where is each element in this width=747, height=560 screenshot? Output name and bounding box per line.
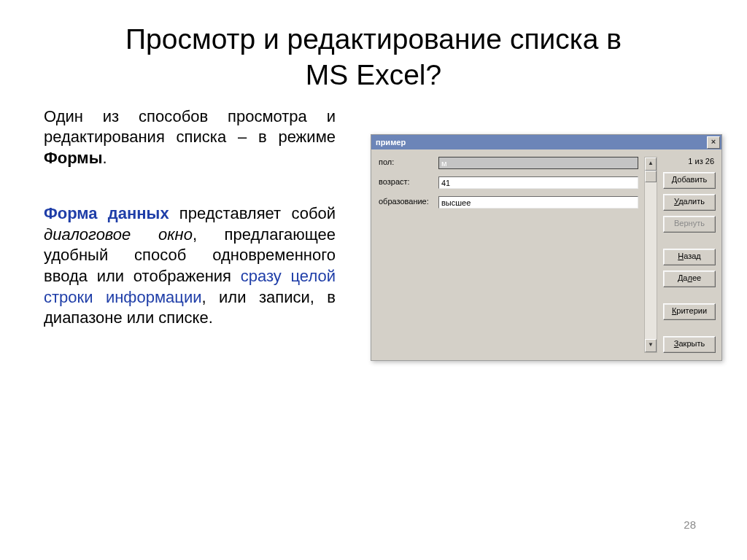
para2-b: представляет собой (169, 204, 336, 222)
paragraph-1: Один из способов просмотра и редактирова… (44, 106, 336, 169)
dialog-button-column: 1 из 26 Добавить Удалить Вернуть Назад Д… (663, 157, 716, 353)
close-icon[interactable]: × (707, 136, 720, 149)
para2-italic: диалоговое окно (44, 225, 193, 244)
restore-button: Вернуть (663, 216, 716, 233)
para1-text: Один из способов просмотра и редактирова… (44, 107, 336, 147)
next-button[interactable]: Далее (663, 271, 716, 287)
field-label-vozrast: возраст: (379, 176, 434, 189)
page-number: 28 (684, 518, 696, 531)
slide-title: Просмотр и редактирование списка в MS Ex… (44, 22, 703, 93)
para2-term: Форма данных (44, 204, 169, 222)
close-button[interactable]: Закрыть (663, 336, 716, 353)
dialog-title-text: пример (376, 138, 406, 147)
dialog-scrollbar[interactable]: ▲ ▼ (644, 157, 657, 353)
dialog-titlebar[interactable]: пример × (371, 135, 721, 149)
para1-bold: Формы (44, 149, 102, 167)
field-label-pol: пол: (379, 157, 434, 169)
criteria-button[interactable]: Критерии (663, 303, 716, 320)
scroll-track[interactable] (645, 171, 657, 339)
scroll-up-icon[interactable]: ▲ (645, 158, 657, 171)
field-input-obrazovanie[interactable]: высшее (438, 196, 638, 209)
delete-button[interactable]: Удалить (663, 194, 716, 211)
add-button[interactable]: Добавить (663, 172, 716, 189)
paragraph-2: Форма данных представляет собой диалогов… (44, 203, 336, 329)
dialog-fields: пол: м возраст: 41 образование: высшее (379, 157, 638, 209)
field-label-obrazovanie: образование: (379, 196, 434, 209)
title-line-2: MS Excel? (44, 58, 703, 93)
scroll-down-icon[interactable]: ▼ (645, 339, 657, 352)
record-counter: 1 из 26 (663, 157, 716, 167)
prev-button[interactable]: Назад (663, 249, 716, 265)
para1-period: . (102, 149, 107, 167)
excel-data-form-dialog: пример × пол: м возраст: 41 образование:… (371, 134, 722, 361)
scroll-thumb[interactable] (645, 171, 657, 182)
field-input-vozrast[interactable]: 41 (438, 176, 638, 189)
title-line-1: Просмотр и редактирование списка в (125, 23, 622, 55)
field-input-pol[interactable]: м (438, 157, 638, 169)
